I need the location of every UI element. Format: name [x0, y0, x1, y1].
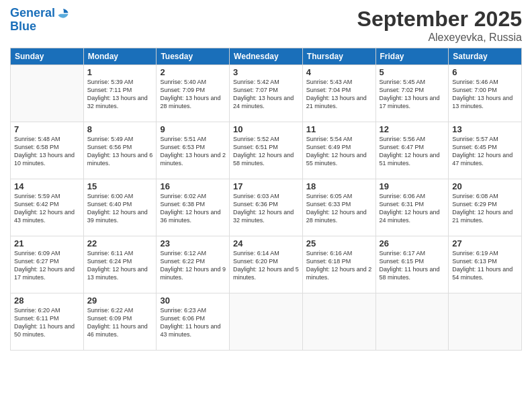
day-number: 26: [380, 238, 445, 248]
day-info: Sunrise: 5:56 AM Sunset: 6:47 PM Dayligh…: [380, 135, 445, 168]
day-number: 25: [306, 238, 372, 248]
day-number: 18: [306, 181, 372, 191]
calendar-table: SundayMondayTuesdayWednesdayThursdayFrid…: [10, 48, 522, 351]
calendar-cell: 25Sunrise: 6:16 AM Sunset: 6:18 PM Dayli…: [302, 236, 375, 293]
day-number: 14: [14, 181, 80, 191]
day-number: 28: [14, 295, 80, 306]
calendar-cell: 28Sunrise: 6:20 AM Sunset: 6:11 PM Dayli…: [11, 293, 84, 351]
location: Alexeyevka, Russia: [357, 32, 522, 44]
calendar-cell: 2Sunrise: 5:40 AM Sunset: 7:09 PM Daylig…: [157, 65, 230, 122]
weekday-header-tuesday: Tuesday: [157, 48, 230, 65]
day-info: Sunrise: 6:11 AM Sunset: 6:24 PM Dayligh…: [87, 249, 153, 282]
day-info: Sunrise: 5:43 AM Sunset: 7:04 PM Dayligh…: [306, 78, 372, 111]
day-number: 23: [160, 238, 226, 248]
calendar-week-1: 1Sunrise: 5:39 AM Sunset: 7:11 PM Daylig…: [11, 65, 522, 122]
day-info: Sunrise: 6:16 AM Sunset: 6:18 PM Dayligh…: [306, 249, 372, 282]
calendar-week-5: 28Sunrise: 6:20 AM Sunset: 6:11 PM Dayli…: [11, 293, 522, 351]
day-number: 17: [233, 181, 299, 191]
calendar-cell: 9Sunrise: 5:51 AM Sunset: 6:53 PM Daylig…: [157, 122, 230, 179]
day-number: 29: [87, 295, 153, 306]
weekday-header-monday: Monday: [83, 48, 157, 65]
day-info: Sunrise: 5:45 AM Sunset: 7:02 PM Dayligh…: [380, 78, 445, 111]
day-number: 15: [87, 181, 153, 191]
logo-general: General: [10, 6, 55, 19]
day-info: Sunrise: 5:59 AM Sunset: 6:42 PM Dayligh…: [14, 192, 80, 225]
calendar-cell: 3Sunrise: 5:42 AM Sunset: 7:07 PM Daylig…: [230, 65, 303, 122]
day-info: Sunrise: 6:09 AM Sunset: 6:27 PM Dayligh…: [14, 249, 80, 282]
title-block: September 2025 Alexeyevka, Russia: [357, 7, 522, 44]
calendar-header-row: SundayMondayTuesdayWednesdayThursdayFrid…: [11, 48, 522, 65]
calendar-cell: 5Sunrise: 5:45 AM Sunset: 7:02 PM Daylig…: [375, 65, 449, 122]
calendar-cell: 18Sunrise: 6:05 AM Sunset: 6:33 PM Dayli…: [302, 179, 375, 236]
day-info: Sunrise: 6:06 AM Sunset: 6:31 PM Dayligh…: [380, 192, 445, 225]
day-number: 22: [87, 238, 153, 248]
calendar-cell: 24Sunrise: 6:14 AM Sunset: 6:20 PM Dayli…: [230, 236, 303, 293]
day-number: 8: [87, 124, 153, 134]
calendar-cell: 26Sunrise: 6:17 AM Sunset: 6:15 PM Dayli…: [375, 236, 449, 293]
logo-blue: Blue: [10, 20, 70, 34]
calendar-cell: 19Sunrise: 6:06 AM Sunset: 6:31 PM Dayli…: [375, 179, 449, 236]
day-info: Sunrise: 5:48 AM Sunset: 6:58 PM Dayligh…: [14, 135, 80, 168]
day-info: Sunrise: 5:54 AM Sunset: 6:49 PM Dayligh…: [306, 135, 372, 168]
day-info: Sunrise: 6:14 AM Sunset: 6:20 PM Dayligh…: [233, 249, 299, 282]
day-number: 10: [233, 124, 299, 134]
calendar-cell: 22Sunrise: 6:11 AM Sunset: 6:24 PM Dayli…: [83, 236, 157, 293]
calendar-cell: 16Sunrise: 6:02 AM Sunset: 6:38 PM Dayli…: [157, 179, 230, 236]
calendar-cell: 1Sunrise: 5:39 AM Sunset: 7:11 PM Daylig…: [83, 65, 157, 122]
day-number: 1: [87, 67, 153, 77]
logo-text: General: [10, 7, 55, 20]
day-number: 30: [160, 295, 226, 306]
calendar-body: 1Sunrise: 5:39 AM Sunset: 7:11 PM Daylig…: [11, 65, 522, 351]
calendar-cell: 12Sunrise: 5:56 AM Sunset: 6:47 PM Dayli…: [375, 122, 449, 179]
day-number: 12: [380, 124, 445, 134]
calendar-week-3: 14Sunrise: 5:59 AM Sunset: 6:42 PM Dayli…: [11, 179, 522, 236]
day-number: 6: [452, 67, 518, 77]
page-container: General Blue September 2025 Alexeyevka, …: [0, 0, 532, 411]
calendar-cell: 7Sunrise: 5:48 AM Sunset: 6:58 PM Daylig…: [11, 122, 84, 179]
calendar-cell: 20Sunrise: 6:08 AM Sunset: 6:29 PM Dayli…: [449, 179, 522, 236]
calendar-cell: [230, 293, 303, 351]
logo-icon: [56, 7, 70, 20]
day-number: 7: [14, 124, 80, 134]
calendar-cell: [11, 65, 84, 122]
calendar-cell: 13Sunrise: 5:57 AM Sunset: 6:45 PM Dayli…: [449, 122, 522, 179]
day-number: 11: [306, 124, 372, 134]
calendar-cell: 11Sunrise: 5:54 AM Sunset: 6:49 PM Dayli…: [302, 122, 375, 179]
weekday-header-saturday: Saturday: [449, 48, 522, 65]
day-info: Sunrise: 6:03 AM Sunset: 6:36 PM Dayligh…: [233, 192, 299, 225]
calendar-week-2: 7Sunrise: 5:48 AM Sunset: 6:58 PM Daylig…: [11, 122, 522, 179]
calendar-cell: 15Sunrise: 6:00 AM Sunset: 6:40 PM Dayli…: [83, 179, 157, 236]
calendar-cell: 17Sunrise: 6:03 AM Sunset: 6:36 PM Dayli…: [230, 179, 303, 236]
day-info: Sunrise: 5:51 AM Sunset: 6:53 PM Dayligh…: [160, 135, 226, 168]
day-number: 20: [452, 181, 518, 191]
day-info: Sunrise: 6:02 AM Sunset: 6:38 PM Dayligh…: [160, 192, 226, 225]
day-number: 4: [306, 67, 372, 77]
calendar-cell: 8Sunrise: 5:49 AM Sunset: 6:56 PM Daylig…: [83, 122, 157, 179]
calendar-cell: [449, 293, 522, 351]
day-info: Sunrise: 6:22 AM Sunset: 6:09 PM Dayligh…: [87, 306, 153, 339]
day-number: 24: [233, 238, 299, 248]
weekday-header-sunday: Sunday: [11, 48, 84, 65]
day-info: Sunrise: 6:08 AM Sunset: 6:29 PM Dayligh…: [452, 192, 518, 225]
day-info: Sunrise: 5:46 AM Sunset: 7:00 PM Dayligh…: [452, 78, 518, 111]
day-info: Sunrise: 6:12 AM Sunset: 6:22 PM Dayligh…: [160, 249, 226, 282]
day-number: 9: [160, 124, 226, 134]
day-info: Sunrise: 5:49 AM Sunset: 6:56 PM Dayligh…: [87, 135, 153, 168]
day-info: Sunrise: 6:00 AM Sunset: 6:40 PM Dayligh…: [87, 192, 153, 225]
day-info: Sunrise: 5:39 AM Sunset: 7:11 PM Dayligh…: [87, 78, 153, 111]
weekday-header-friday: Friday: [375, 48, 449, 65]
day-info: Sunrise: 6:17 AM Sunset: 6:15 PM Dayligh…: [380, 249, 445, 282]
day-number: 13: [452, 124, 518, 134]
calendar-cell: 10Sunrise: 5:52 AM Sunset: 6:51 PM Dayli…: [230, 122, 303, 179]
logo: General Blue: [10, 7, 70, 34]
calendar-cell: 30Sunrise: 6:23 AM Sunset: 6:06 PM Dayli…: [157, 293, 230, 351]
day-number: 5: [380, 67, 445, 77]
day-number: 16: [160, 181, 226, 191]
day-info: Sunrise: 6:05 AM Sunset: 6:33 PM Dayligh…: [306, 192, 372, 225]
day-number: 27: [452, 238, 518, 248]
month-title: September 2025: [357, 7, 522, 32]
calendar-cell: 29Sunrise: 6:22 AM Sunset: 6:09 PM Dayli…: [83, 293, 157, 351]
weekday-header-thursday: Thursday: [302, 48, 375, 65]
calendar-cell: 21Sunrise: 6:09 AM Sunset: 6:27 PM Dayli…: [11, 236, 84, 293]
calendar-cell: 14Sunrise: 5:59 AM Sunset: 6:42 PM Dayli…: [11, 179, 84, 236]
